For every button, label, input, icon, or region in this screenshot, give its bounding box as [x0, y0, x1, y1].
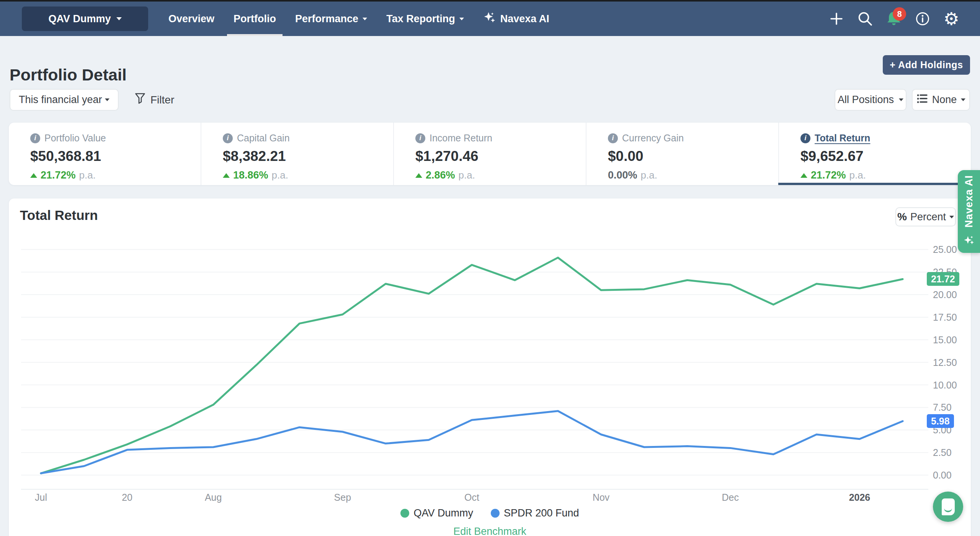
legend-dot-icon — [491, 509, 500, 518]
chart-title: Total Return — [20, 208, 98, 223]
info-icon: i — [415, 133, 425, 143]
bell-icon[interactable]: 8 — [885, 10, 903, 28]
current-value-badge: 21.72 — [927, 272, 959, 286]
page-title: Portfolio Detail — [10, 66, 127, 84]
stat-delta-suffix: p.a. — [849, 169, 866, 181]
total-return-line-chart — [21, 245, 928, 490]
y-axis-label: 0.00 — [933, 469, 968, 481]
x-axis-label: Nov — [578, 492, 624, 503]
notification-badge: 8 — [893, 7, 906, 21]
stat-delta-row: 21.72% p.a. — [30, 169, 201, 181]
stat-delta-row: 0.00% p.a. — [608, 169, 778, 181]
search-icon[interactable] — [856, 10, 874, 28]
positions-dropdown[interactable]: All Positions — [835, 89, 906, 111]
funnel-icon — [135, 93, 145, 107]
arrow-up-icon — [415, 173, 422, 178]
nav-item-label: Overview — [168, 13, 214, 25]
stat-value: $1,270.46 — [415, 148, 586, 164]
edit-benchmark-link[interactable]: Edit Benchmark — [9, 526, 971, 536]
stat-label-row: i Capital Gain — [223, 133, 393, 144]
chevron-down-icon — [105, 98, 109, 101]
period-dropdown[interactable]: This financial year — [10, 89, 119, 111]
stat-label: Currency Gain — [622, 133, 684, 144]
y-axis-label: 2.50 — [933, 446, 968, 459]
total-return-chart-card: Total Return % Percent QAV DummySPDR 200… — [9, 198, 971, 536]
nav-item-navexa-ai[interactable]: Navexa AI — [482, 2, 550, 36]
legend-dot-icon — [400, 509, 409, 518]
y-axis-label: 12.50 — [933, 356, 968, 369]
chevron-down-icon — [363, 18, 367, 20]
chat-bubble-icon — [942, 498, 955, 515]
info-icon: i — [30, 133, 40, 143]
nav-item-performance[interactable]: Performance — [294, 2, 368, 36]
portfolio-selector-label: QAV Dummy — [48, 13, 111, 25]
x-axis-label: Dec — [707, 492, 753, 503]
legend-label: SPDR 200 Fund — [504, 507, 579, 519]
side-tab-label: Navexa AI — [963, 175, 975, 228]
chevron-down-icon — [116, 17, 122, 20]
add-holdings-button[interactable]: + Add Holdings — [883, 55, 970, 75]
stat-label-row: i Income Return — [415, 133, 586, 144]
stat-tile-portfolio-value[interactable]: i Portfolio Value $50,368.81 21.72% p.a. — [9, 123, 201, 185]
stat-value: $50,368.81 — [30, 148, 201, 164]
legend-item-qav-dummy[interactable]: QAV Dummy — [400, 507, 473, 519]
chat-launcher-button[interactable] — [933, 492, 963, 522]
nav-item-overview[interactable]: Overview — [168, 2, 215, 36]
sparkles-icon — [963, 234, 975, 248]
stat-delta-row: 18.86% p.a. — [223, 169, 393, 181]
chart-unit-dropdown[interactable]: % Percent — [895, 207, 956, 226]
group-by-dropdown-value: None — [932, 94, 957, 106]
x-axis-label: Sep — [320, 492, 366, 503]
nav-item-tax-reporting[interactable]: Tax Reporting — [385, 2, 465, 36]
stat-label-row: i Currency Gain — [608, 133, 778, 144]
list-icon — [916, 93, 928, 107]
group-by-dropdown[interactable]: None — [912, 89, 970, 111]
stat-label-row: i Portfolio Value — [30, 133, 201, 144]
stat-delta-value: 21.72% — [41, 169, 76, 181]
stat-tile-capital-gain[interactable]: i Capital Gain $8,382.21 18.86% p.a. — [201, 123, 393, 185]
y-axis-label: 15.00 — [933, 334, 968, 346]
y-axis-label: 7.50 — [933, 401, 968, 413]
portfolio-selector[interactable]: QAV Dummy — [22, 7, 148, 31]
stat-label: Total Return — [815, 133, 870, 144]
info-icon: i — [223, 133, 233, 143]
current-value-badge: 5.98 — [927, 414, 954, 428]
y-axis-label: 20.00 — [933, 288, 968, 301]
legend-label: QAV Dummy — [413, 507, 473, 519]
nav-links: Overview Portfolio Performance Tax Repor… — [168, 2, 550, 36]
stat-tile-total-return[interactable]: i Total Return $9,652.67 21.72% p.a. — [778, 123, 971, 185]
chevron-down-icon — [949, 216, 954, 218]
stat-label: Portfolio Value — [44, 133, 106, 144]
navexa-ai-side-tab[interactable]: Navexa AI — [958, 170, 980, 253]
nav-item-label: Navexa AI — [500, 13, 549, 25]
stat-delta-value: 0.00% — [608, 169, 637, 181]
stat-label: Capital Gain — [237, 133, 290, 144]
sparkles-icon — [483, 11, 496, 27]
y-axis-label: 10.00 — [933, 379, 968, 391]
y-axis-label: 17.50 — [933, 311, 968, 323]
x-axis-label: 2026 — [836, 492, 882, 503]
x-axis-label: Aug — [190, 492, 236, 503]
chart-unit-value: Percent — [910, 211, 946, 223]
plus-icon[interactable] — [828, 10, 845, 28]
info-icon[interactable] — [914, 10, 931, 28]
arrow-up-icon — [800, 173, 807, 178]
stat-delta-row: 2.86% p.a. — [415, 169, 586, 181]
gear-icon[interactable]: ⚙ — [942, 10, 960, 28]
chevron-down-icon — [459, 18, 464, 20]
filter-button[interactable]: Filter — [135, 89, 174, 111]
info-icon: i — [608, 133, 618, 143]
stat-label-row: i Total Return — [800, 133, 971, 144]
stat-tile-currency-gain[interactable]: i Currency Gain $0.00 0.00% p.a. — [586, 123, 778, 185]
nav-item-portfolio[interactable]: Portfolio — [233, 2, 277, 36]
stat-value: $0.00 — [608, 148, 778, 164]
arrow-up-icon — [223, 173, 230, 178]
stat-value: $9,652.67 — [800, 148, 971, 164]
legend-item-spdr-200-fund[interactable]: SPDR 200 Fund — [491, 507, 579, 519]
chevron-down-icon — [961, 98, 965, 101]
stat-tile-income-return[interactable]: i Income Return $1,270.46 2.86% p.a. — [393, 123, 586, 185]
stat-delta-row: 21.72% p.a. — [800, 169, 971, 181]
x-axis-label: 20 — [104, 492, 150, 503]
percent-icon: % — [897, 211, 907, 223]
positions-dropdown-value: All Positions — [838, 94, 894, 106]
